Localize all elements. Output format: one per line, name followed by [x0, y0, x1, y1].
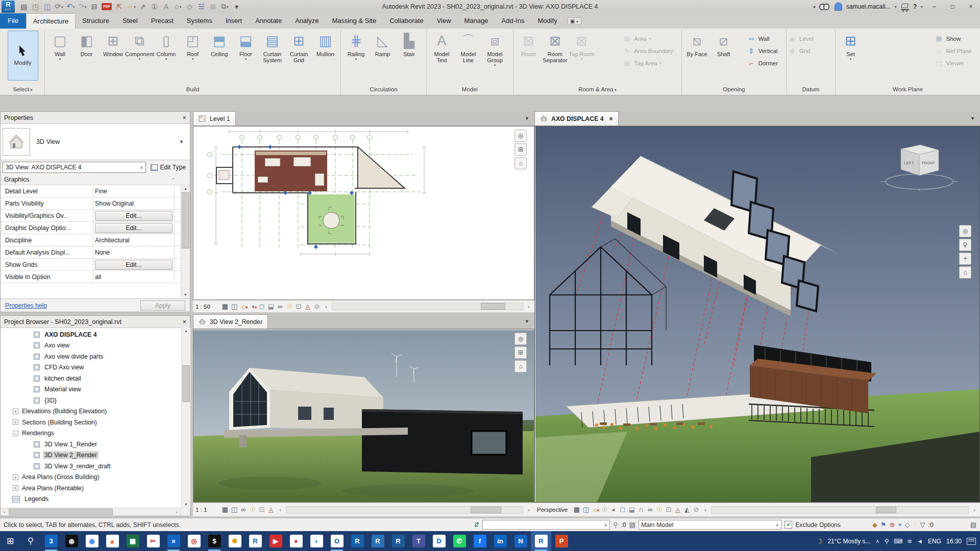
ribbon-tool[interactable]: ⊞ Set ▾ [838, 31, 864, 62]
ribbon-tab[interactable]: Add-Ins [495, 13, 531, 29]
ribbon-tool[interactable]: ▢ Wall ▾ [47, 31, 73, 62]
edit-type-button[interactable]: Edit Type [149, 162, 188, 173]
close-button[interactable]: × [964, 3, 978, 10]
view-control-icon[interactable]: ◑ [248, 302, 257, 311]
project-browser-header[interactable]: Project Browser - SH02_2023_original.rvt… [1, 316, 190, 328]
tab-3d-view-2-render[interactable]: 3D View 2_Render [193, 314, 268, 329]
plan-hscrollbar[interactable] [332, 303, 523, 310]
view-control-icon[interactable]: ☉ [655, 505, 664, 514]
view-control-icon[interactable]: ◫ [581, 505, 591, 514]
tray-expand-icon[interactable]: ∧ [876, 538, 879, 544]
scroll-right-icon[interactable]: › [971, 507, 977, 513]
ribbon-tool[interactable]: ⧅ By Face ▾ [684, 31, 710, 62]
search-icon[interactable] [819, 4, 830, 10]
panel-toggle-icon[interactable]: ▤ [970, 521, 976, 529]
ribbon-tab[interactable]: Annotate [249, 13, 288, 29]
viewcube-front-label[interactable]: FRONT [922, 161, 935, 165]
ribbon-tool-small[interactable]: ⇿ Wall ▾ [746, 33, 786, 45]
ribbon-tool-small[interactable]: ◈ Level ▾ [787, 33, 835, 45]
scale-button[interactable]: 1 : 50 [195, 304, 219, 310]
modify-options-icon[interactable]: ▣ [567, 17, 581, 25]
tray-icon[interactable]: ◄ [917, 538, 923, 545]
ribbon-tab[interactable]: View [430, 13, 458, 29]
apply-button[interactable]: Apply [140, 300, 185, 311]
qat-icon[interactable]: ⇔ [125, 1, 137, 12]
status-icon[interactable]: ⌖ [898, 521, 901, 529]
qat-icon[interactable]: ⟳ [53, 1, 65, 12]
view-control-icon[interactable]: ⊘ [312, 302, 322, 311]
ribbon-tool[interactable]: ◺ Ramp ▾ [370, 31, 396, 62]
ribbon-tool[interactable]: ⊞ Window ▾ [100, 31, 126, 62]
qat-icon[interactable]: ↶ [65, 1, 77, 12]
qat-icon[interactable]: ◫ [41, 1, 53, 12]
tray-icon[interactable]: ⌨ [894, 538, 902, 545]
editable-only-icon[interactable]: ⚲ [613, 521, 618, 529]
scroll-up-icon[interactable]: ▲ [184, 328, 188, 335]
ribbon-tool[interactable]: ▯ Column ▾ [153, 31, 179, 62]
panel-label-model[interactable]: Model [427, 85, 513, 95]
ribbon-tab[interactable]: Insert [219, 13, 249, 29]
properties-header[interactable]: Properties × [1, 112, 190, 124]
ribbon-tab[interactable]: Steel [116, 13, 144, 29]
view-control-icon[interactable]: ∞ [239, 505, 248, 514]
panel-label-work-plane[interactable]: Work Plane [836, 85, 980, 95]
properties-scrollbar[interactable]: ▲ ▼ [181, 185, 190, 298]
navigation-icon[interactable]: + [959, 253, 971, 265]
ribbon-tool[interactable]: ⊠ Room ▾ [516, 31, 542, 62]
perspective-button[interactable]: Perspective [537, 507, 571, 513]
status-icon[interactable]: ◌ [913, 521, 917, 529]
scroll-right-icon[interactable]: › [526, 304, 532, 310]
view-control-icon[interactable]: ⊘ [692, 505, 701, 514]
taskbar-app[interactable]: T [408, 531, 429, 551]
worksets-icon[interactable]: ⇵ [474, 521, 479, 529]
browser-tree-item[interactable]: − Renderings [1, 428, 190, 439]
browser-tree-item[interactable]: Legends [1, 494, 190, 505]
ribbon-tool-small[interactable]: ⊠ Area ▾ [621, 33, 681, 45]
axo-hscrollbar[interactable] [711, 506, 969, 514]
collapse-icon[interactable]: ⌃ [172, 178, 175, 182]
ribbon-tool[interactable]: ⧄ Shaft ▾ [710, 31, 737, 62]
browser-tree-item[interactable]: CFD Axo view [1, 362, 190, 373]
panel-label-room-area[interactable]: Room & Area [513, 85, 681, 95]
panel-label-opening[interactable]: Opening [682, 85, 786, 95]
qat-icon[interactable]: ☱ [195, 1, 207, 12]
view-control-icon[interactable]: ◬ [673, 505, 682, 514]
modify-button[interactable]: Modify [8, 31, 38, 81]
taskbar-app[interactable]: N [510, 531, 531, 551]
design-option-select[interactable]: Main Model ∨ [639, 520, 781, 530]
ribbon-tab[interactable]: Systems [180, 13, 219, 29]
view-control-icon[interactable]: ∞ [276, 302, 285, 311]
scrollbar-thumb[interactable] [481, 303, 505, 310]
scroll-right-icon[interactable]: › [526, 507, 532, 513]
taskbar-app[interactable]: ◉ [82, 531, 102, 551]
ribbon-tool-small[interactable]: ◻ Viewer ▾ [933, 57, 980, 69]
qat-icon[interactable]: A [160, 1, 172, 12]
taskbar-app[interactable]: R [347, 531, 368, 551]
qat-icon[interactable]: ◇ [184, 1, 195, 12]
weather-text[interactable]: 21°C Mostly s... [827, 538, 870, 545]
qat-icon[interactable]: ① [149, 1, 160, 12]
view-control-icon[interactable]: ☉ [248, 505, 257, 514]
view-control-icon[interactable]: ◕ [609, 505, 618, 514]
property-row[interactable]: Detail Level Fine [1, 185, 181, 197]
qat-icon[interactable]: ⧉ [219, 1, 231, 12]
ribbon-tool[interactable]: ◧ Door ▾ [74, 31, 100, 62]
browser-scrollbar[interactable]: ▲ ▼ [181, 328, 190, 508]
tree-expander[interactable]: + [13, 409, 18, 414]
ribbon-tool-small[interactable]: ⇕ Vertical ▾ [746, 45, 786, 57]
qat-icon[interactable]: ⊟ [88, 1, 100, 12]
revit-logo[interactable]: R RVT [2, 1, 15, 13]
taskbar-app[interactable]: ◗ [306, 531, 327, 551]
browser-tree-item[interactable]: + Elevations (Building Elevation) [1, 406, 190, 417]
property-row[interactable]: Graphic Display Optio... Edit... [1, 222, 181, 234]
scrollbar-thumb[interactable] [876, 507, 896, 513]
ribbon-tab[interactable]: Collaborate [383, 13, 430, 29]
tray-icon[interactable]: ⚲ [885, 538, 889, 545]
ribbon-tool[interactable]: ⬒ Ceiling ▾ [206, 31, 232, 62]
ribbon-tool[interactable]: ▙ Stair ▾ [396, 31, 422, 62]
ribbon-tab[interactable]: Massing & Site [325, 13, 383, 29]
browser-tree-item[interactable]: AXO DISPLACE 4 [1, 329, 190, 340]
taskbar-app[interactable]: f [470, 531, 490, 551]
taskbar-app[interactable]: in [490, 531, 510, 551]
view-control-icon[interactable]: ☉ [285, 302, 294, 311]
